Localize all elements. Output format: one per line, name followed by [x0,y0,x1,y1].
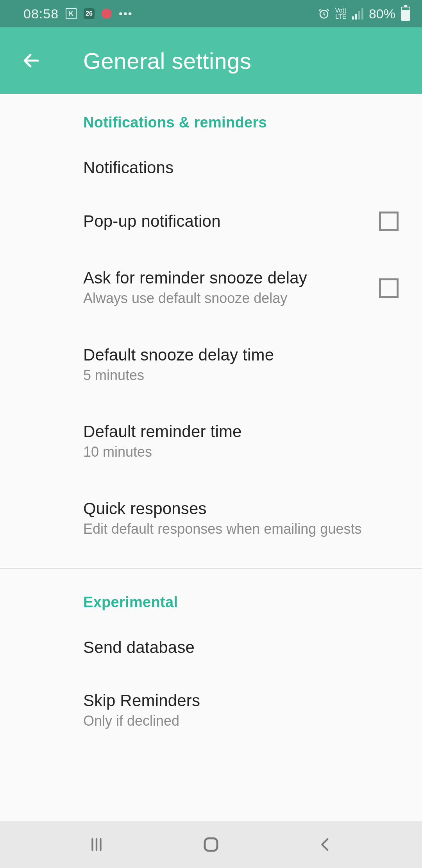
pref-title: Skip Reminders [83,691,383,710]
pref-subtitle: 5 minutes [83,366,383,385]
battery-percent: 80% [369,6,395,22]
app-indicator-icon: K [66,8,77,19]
app-bar: General settings [0,27,422,94]
system-navigation-bar [0,821,422,868]
pref-title: Default reminder time [83,422,383,441]
status-left: 08:58 K 26 ••• [23,6,133,22]
volte-icon: Vo)) LTE [335,7,347,20]
pref-send-database[interactable]: Send database [0,611,422,673]
status-time: 08:58 [23,6,59,22]
pref-notifications[interactable]: Notifications [0,131,422,193]
pref-title: Default snooze delay time [83,346,383,364]
section-header-experimental: Experimental [0,594,422,611]
pref-title: Notifications [83,158,383,177]
back-arrow-icon[interactable] [21,51,41,70]
recents-button[interactable] [85,833,108,856]
home-button[interactable] [199,833,223,856]
svg-rect-5 [205,838,217,851]
section-header-notifications: Notifications & reminders [0,96,422,131]
pref-popup-notification[interactable]: Pop-up notification [0,193,422,250]
back-button[interactable] [314,833,337,856]
status-bar: 08:58 K 26 ••• Vo)) LTE 80% [0,0,422,27]
pref-default-snooze-delay[interactable]: Default snooze delay time 5 minutes [0,327,422,404]
settings-content: Notifications & reminders Notifications … [0,94,422,731]
more-notifications-icon: ••• [119,7,132,20]
pref-subtitle: Always use default snooze delay [83,289,363,308]
pref-subtitle: Only if declined [83,712,383,731]
alarm-icon [318,8,330,20]
pref-subtitle: 10 minutes [83,443,383,462]
pref-default-reminder-time[interactable]: Default reminder time 10 minutes [0,404,422,481]
signal-icon [352,8,363,20]
pref-title: Pop-up notification [83,212,363,231]
pref-subtitle: Edit default responses when emailing gue… [83,520,383,539]
calendar-day-icon: 26 [84,8,95,19]
checkbox-ask-snooze[interactable] [379,278,399,298]
battery-icon [401,7,410,21]
pref-title: Ask for reminder snooze delay [83,269,363,287]
recording-icon [102,9,112,19]
page-title: General settings [83,48,251,74]
pref-skip-reminders[interactable]: Skip Reminders Only if declined [0,673,422,731]
pref-title: Quick responses [83,499,383,518]
status-right: Vo)) LTE 80% [318,6,410,22]
pref-ask-snooze-delay[interactable]: Ask for reminder snooze delay Always use… [0,250,422,327]
pref-title: Send database [83,638,383,657]
checkbox-popup[interactable] [379,212,399,231]
pref-quick-responses[interactable]: Quick responses Edit default responses w… [0,481,422,561]
